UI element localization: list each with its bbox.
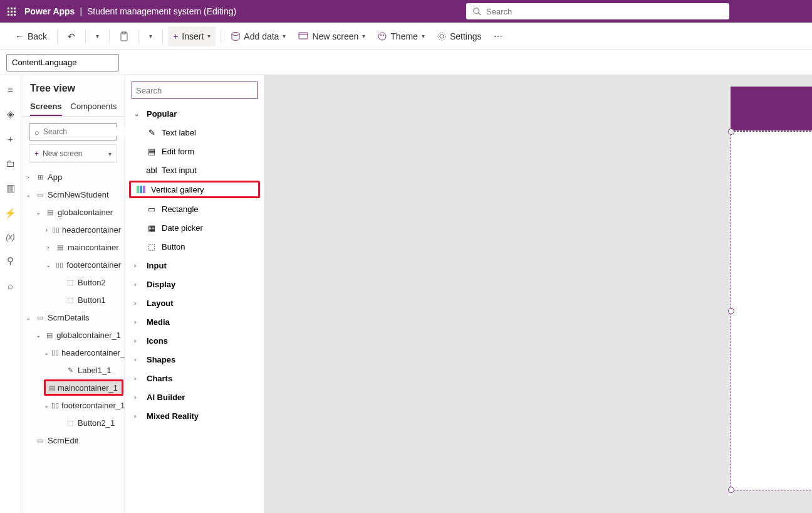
screen-preview[interactable]: Student Detail + <box>731 87 812 490</box>
tree-item-scrnedit[interactable]: ▭ScrnEdit <box>21 431 125 449</box>
insert-group-charts[interactable]: ›Charts <box>125 369 264 388</box>
gallery-icon <box>136 185 146 194</box>
tree-item-button2[interactable]: ⬚Button2 <box>21 273 125 291</box>
left-rail: ≡ ◈ + 🗀 ▥ ⚡ (x) ⚲ ⌕ <box>0 75 21 513</box>
tree-item-label11[interactable]: ✎Label1_1 <box>21 361 125 379</box>
chevron-right-icon: › <box>134 375 142 382</box>
insert-date-picker[interactable]: ▦Date picker <box>125 218 264 237</box>
insert-search[interactable] <box>132 82 258 99</box>
tab-screens[interactable]: Screens <box>30 98 62 116</box>
tree-item-scrndetails[interactable]: ⌄▭ScrnDetails <box>21 309 125 326</box>
canvas-area[interactable]: Student Detail + <box>264 75 812 513</box>
app-icon: ⊞ <box>35 172 45 182</box>
insert-button[interactable]: + Insert ▾ <box>168 26 216 46</box>
insert-group-ai[interactable]: ›AI Builder <box>125 388 264 406</box>
tab-components[interactable]: Components <box>71 98 117 116</box>
rail-tree-icon[interactable]: ≡ <box>8 84 13 95</box>
rail-media-icon[interactable]: ▥ <box>6 182 15 194</box>
back-button[interactable]: ← Back <box>10 26 52 46</box>
rail-data-icon[interactable]: 🗀 <box>6 158 15 169</box>
button-icon: ⬚ <box>65 295 75 305</box>
insert-group-layout[interactable]: ›Layout <box>125 294 264 312</box>
insert-edit-form[interactable]: ▤Edit form <box>125 142 264 161</box>
svg-point-9 <box>383 34 384 36</box>
ellipsis-icon: ⋯ <box>494 31 502 41</box>
insert-vertical-gallery[interactable]: Vertical gallery <box>129 180 260 199</box>
rail-flow-icon[interactable]: ⚡ <box>4 208 16 219</box>
property-selector[interactable] <box>6 54 119 71</box>
tree-item-maincontainer1[interactable]: ▤maincontainer_1 <box>44 379 123 396</box>
insert-search-input[interactable] <box>136 86 253 95</box>
resize-handle[interactable] <box>728 487 734 493</box>
insert-text-label[interactable]: ✎Text label <box>125 123 264 142</box>
more-button[interactable]: ⋯ <box>489 26 508 46</box>
tree-item-button1[interactable]: ⬚Button1 <box>21 291 125 309</box>
waffle-icon[interactable] <box>8 8 16 16</box>
settings-button[interactable]: Settings <box>432 26 487 46</box>
theme-button[interactable]: Theme ▾ <box>373 26 430 46</box>
insert-group-display[interactable]: ›Display <box>125 275 264 294</box>
insert-group-icons[interactable]: ›Icons <box>125 331 264 350</box>
plus-icon: + <box>173 31 178 41</box>
tree-item-button21[interactable]: ⬚Button2_1 <box>21 414 125 431</box>
container-icon: ▯▯ <box>51 400 59 410</box>
insert-group-input[interactable]: ›Input <box>125 256 264 275</box>
button-icon: ⬚ <box>65 277 75 287</box>
insert-group-mr[interactable]: ›Mixed Reality <box>125 406 264 425</box>
tree-item-footercontainer1[interactable]: ⌄▯▯footercontainer_1 <box>21 396 125 414</box>
insert-rectangle[interactable]: ▭Rectangle <box>125 199 264 218</box>
insert-button[interactable]: ⬚Button <box>125 237 264 256</box>
tree-item-footercontainer[interactable]: ⌄▯▯footercontainer <box>21 256 125 273</box>
rail-layers-icon[interactable]: ◈ <box>7 108 14 120</box>
insert-group-shapes[interactable]: ›Shapes <box>125 350 264 369</box>
container-icon: ▤ <box>55 242 65 252</box>
new-screen-button[interactable]: New screen ▾ <box>293 26 370 46</box>
screen-header[interactable]: Student Detail <box>731 87 812 130</box>
svg-point-8 <box>380 34 382 36</box>
tree-item-app[interactable]: ›⊞App <box>21 168 125 186</box>
insert-group-media[interactable]: ›Media <box>125 312 264 331</box>
chevron-right-icon: › <box>134 337 142 344</box>
resize-handle[interactable] <box>728 129 734 135</box>
chevron-right-icon: › <box>134 394 142 401</box>
add-data-button[interactable]: Add data ▾ <box>226 26 291 46</box>
tree-search-input[interactable] <box>43 127 137 136</box>
chevron-right-icon: › <box>134 262 142 269</box>
undo-dropdown[interactable]: ▾ <box>91 26 104 46</box>
paste-dropdown[interactable]: ▾ <box>144 26 157 46</box>
maincontainer-selected[interactable]: + <box>731 130 812 490</box>
rail-insert-icon[interactable]: + <box>8 134 13 144</box>
rail-search-icon[interactable]: ⌕ <box>8 280 13 291</box>
tree-item-globalcontainer[interactable]: ⌄▤globalcontainer <box>21 203 125 221</box>
insert-text-input[interactable]: ablText input <box>125 161 264 179</box>
tree-item-globalcontainer1[interactable]: ⌄▤globalcontainer_1 <box>21 326 125 344</box>
tree-item-headercontainer1[interactable]: ⌄▯▯headercontainer_1 <box>21 344 125 361</box>
undo-button[interactable]: ↶ <box>63 26 80 46</box>
screen-icon <box>298 32 308 41</box>
chevron-down-icon: ▾ <box>422 33 425 40</box>
chevron-right-icon: › <box>134 281 142 288</box>
resize-handle[interactable] <box>728 308 734 314</box>
tree-item-headercontainer[interactable]: ›▯▯headercontainer <box>21 221 125 238</box>
global-search[interactable] <box>466 3 729 19</box>
calendar-icon: ▦ <box>147 223 157 232</box>
paste-button[interactable] <box>115 26 133 46</box>
tree-view-panel: Tree view Screens Components ⌕ + New scr… <box>21 75 125 513</box>
tree-item-scrnnew[interactable]: ⌄▭ScrnNewStudent <box>21 186 125 203</box>
rail-tools-icon[interactable]: ⚲ <box>7 255 14 267</box>
container-icon: ▤ <box>45 207 55 217</box>
rail-var-icon[interactable]: (x) <box>6 233 15 241</box>
svg-point-11 <box>438 33 445 40</box>
form-icon: ▤ <box>147 147 157 156</box>
global-search-input[interactable] <box>486 7 723 16</box>
insert-group-popular[interactable]: ⌄Popular <box>125 104 264 123</box>
container-icon: ▯▯ <box>52 225 60 235</box>
tree-new-screen-button[interactable]: + New screen ▾ <box>29 144 117 163</box>
svg-rect-13 <box>140 186 142 193</box>
tree-item-maincontainer[interactable]: ›▤maincontainer <box>21 238 125 256</box>
tree-search[interactable]: ⌕ <box>29 123 117 140</box>
tree-tabs: Screens Components <box>21 98 125 117</box>
undo-icon: ↶ <box>68 31 75 41</box>
button-icon: ⬚ <box>65 418 75 428</box>
svg-rect-12 <box>137 186 139 193</box>
